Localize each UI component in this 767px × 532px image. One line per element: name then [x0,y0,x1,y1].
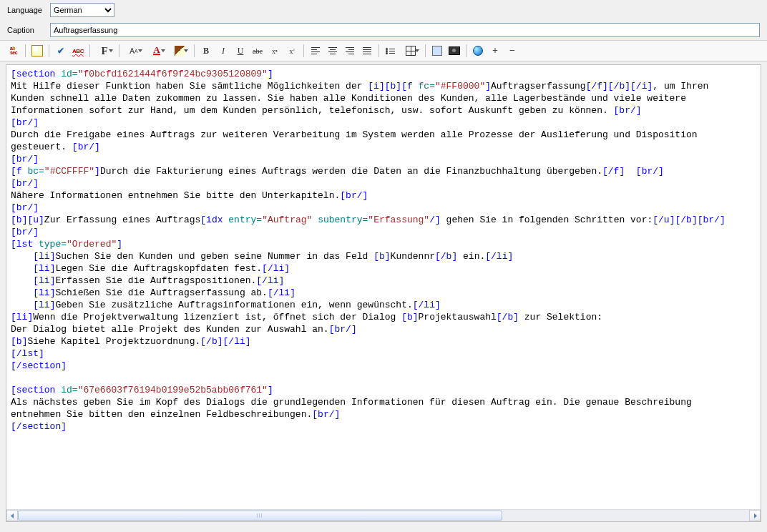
align-center-icon [328,46,337,56]
table-icon [406,46,416,56]
editor-toolbar: absec ✔ ABC F AA A B I U abc x₂ x² + − [0,40,767,61]
link-button[interactable] [470,43,486,59]
italic-button[interactable]: I [215,43,231,59]
bullet-list-button[interactable] [383,43,399,59]
horizontal-scrollbar[interactable] [6,509,761,521]
align-left-icon [311,46,320,56]
separator [194,44,195,57]
separator [466,44,466,57]
remove-button[interactable]: − [504,43,520,59]
separator [89,44,90,57]
separator [425,44,426,57]
editor-panel: [section id="f0bcfd1621444f6f9f24bc93051… [6,64,761,522]
align-center-button[interactable] [325,43,341,59]
spellcheck-button[interactable]: ABC [70,43,86,59]
camera-icon [449,46,460,55]
separator [25,44,26,57]
spellcheck-icon: ABC [72,48,84,54]
separator [378,44,379,57]
bullet-list-icon [386,47,395,55]
language-label: Language [7,6,50,14]
scroll-thumb[interactable] [18,511,502,521]
chevron-right-icon [753,513,758,518]
table-button[interactable] [400,43,421,59]
code-editor[interactable]: [section id="f0bcfd1621444f6f9f24bc93051… [6,65,761,510]
separator [119,44,119,57]
highlight-button[interactable] [169,43,190,59]
subscript-button[interactable]: x₂ [267,43,283,59]
font-color-icon: A [153,46,160,55]
add-button[interactable]: + [487,43,503,59]
align-justify-icon [363,46,371,56]
bold-button[interactable]: B [198,43,214,59]
align-right-icon [346,46,354,56]
check-button[interactable]: ✔ [53,43,69,59]
font-size-button[interactable]: AA [123,43,145,59]
align-right-button[interactable] [342,43,358,59]
superscript-button[interactable]: x² [284,43,300,59]
camera-button[interactable] [446,43,462,59]
sections-icon: absec [10,46,17,55]
highlight-icon [175,46,185,56]
plus-icon: + [492,45,498,56]
image-button[interactable] [429,43,445,59]
globe-icon [473,46,483,56]
separator [303,44,304,57]
minus-icon: − [509,45,515,56]
align-justify-button[interactable] [359,43,375,59]
language-select[interactable]: German [50,3,114,17]
language-row: Language German [0,0,767,20]
align-left-button[interactable] [308,43,323,59]
paste-button[interactable] [29,43,45,59]
underline-button[interactable]: U [233,43,248,59]
font-color-button[interactable]: A [146,43,167,59]
check-icon: ✔ [57,46,64,56]
scroll-track[interactable] [18,510,749,521]
caption-label: Caption [7,26,50,34]
chevron-left-icon [10,513,15,518]
scroll-left-button[interactable] [6,510,18,521]
separator [49,44,49,57]
caption-input[interactable] [50,23,760,37]
paste-icon [31,45,43,56]
scroll-right-button[interactable] [749,510,761,521]
sections-button[interactable]: absec [6,43,21,59]
image-icon [432,46,442,56]
caption-row: Caption [0,20,767,40]
font-family-button[interactable]: F [94,43,115,59]
strike-button[interactable]: abc [250,43,265,59]
